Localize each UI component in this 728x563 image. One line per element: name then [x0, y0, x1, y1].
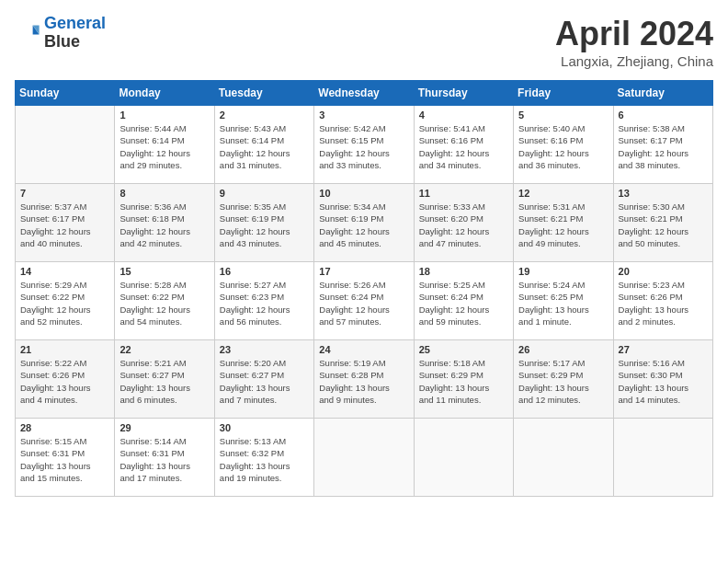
- day-number: 8: [119, 188, 209, 199]
- calendar-cell: 18Sunrise: 5:25 AM Sunset: 6:24 PM Dayli…: [414, 262, 513, 340]
- calendar-table: SundayMondayTuesdayWednesdayThursdayFrid…: [15, 80, 713, 497]
- calendar-cell: 4Sunrise: 5:41 AM Sunset: 6:16 PM Daylig…: [414, 106, 513, 184]
- day-info: Sunrise: 5:14 AM Sunset: 6:31 PM Dayligh…: [119, 435, 209, 484]
- logo-icon: [15, 20, 40, 46]
- day-info: Sunrise: 5:42 AM Sunset: 6:15 PM Dayligh…: [319, 122, 408, 171]
- month-year: April 2024: [555, 15, 713, 53]
- day-info: Sunrise: 5:37 AM Sunset: 6:17 PM Dayligh…: [20, 201, 109, 249]
- day-number: 1: [119, 109, 209, 121]
- calendar-cell: 3Sunrise: 5:42 AM Sunset: 6:15 PM Daylig…: [314, 106, 414, 184]
- day-number: 6: [619, 109, 708, 121]
- calendar-cell: 2Sunrise: 5:43 AM Sunset: 6:14 PM Daylig…: [214, 106, 313, 184]
- day-number: 26: [518, 344, 608, 355]
- calendar-cell: [414, 419, 513, 497]
- weekday-header-wednesday: Wednesday: [314, 81, 414, 106]
- day-info: Sunrise: 5:20 AM Sunset: 6:27 PM Dayligh…: [220, 357, 309, 406]
- weekday-header-friday: Friday: [514, 81, 613, 106]
- day-number: 11: [419, 188, 508, 199]
- day-info: Sunrise: 5:38 AM Sunset: 6:17 PM Dayligh…: [619, 122, 708, 171]
- day-number: 5: [518, 109, 608, 121]
- calendar-cell: 30Sunrise: 5:13 AM Sunset: 6:32 PM Dayli…: [214, 419, 313, 497]
- calendar-cell: 26Sunrise: 5:17 AM Sunset: 6:29 PM Dayli…: [514, 340, 613, 419]
- day-info: Sunrise: 5:24 AM Sunset: 6:25 PM Dayligh…: [518, 279, 608, 327]
- title-block: April 2024 Langxia, Zhejiang, China: [555, 15, 713, 69]
- day-number: 14: [20, 266, 109, 277]
- logo-line2: Blue: [44, 33, 106, 52]
- day-info: Sunrise: 5:18 AM Sunset: 6:29 PM Dayligh…: [419, 357, 508, 406]
- calendar-cell: 23Sunrise: 5:20 AM Sunset: 6:27 PM Dayli…: [214, 340, 313, 419]
- header: General Blue April 2024 Langxia, Zhejian…: [15, 15, 713, 69]
- day-number: 30: [220, 422, 309, 433]
- day-number: 16: [220, 266, 309, 277]
- day-number: 23: [220, 344, 309, 355]
- day-number: 27: [619, 344, 708, 355]
- day-info: Sunrise: 5:15 AM Sunset: 6:31 PM Dayligh…: [20, 435, 109, 484]
- week-row-3: 14Sunrise: 5:29 AM Sunset: 6:22 PM Dayli…: [16, 262, 713, 340]
- logo-line1: General: [44, 14, 106, 32]
- weekday-header-thursday: Thursday: [414, 81, 513, 106]
- logo: General Blue: [15, 15, 106, 52]
- day-number: 9: [220, 188, 309, 199]
- day-number: 12: [518, 188, 608, 199]
- day-info: Sunrise: 5:35 AM Sunset: 6:19 PM Dayligh…: [220, 201, 309, 249]
- calendar-cell: 6Sunrise: 5:38 AM Sunset: 6:17 PM Daylig…: [613, 106, 712, 184]
- day-number: 20: [619, 266, 708, 277]
- day-number: 25: [419, 344, 508, 355]
- day-info: Sunrise: 5:22 AM Sunset: 6:26 PM Dayligh…: [20, 357, 109, 406]
- calendar-cell: 10Sunrise: 5:34 AM Sunset: 6:19 PM Dayli…: [314, 184, 414, 262]
- day-info: Sunrise: 5:21 AM Sunset: 6:27 PM Dayligh…: [119, 357, 209, 406]
- day-info: Sunrise: 5:13 AM Sunset: 6:32 PM Dayligh…: [220, 435, 309, 484]
- day-number: 7: [20, 188, 109, 199]
- weekday-header-sunday: Sunday: [16, 81, 115, 106]
- day-info: Sunrise: 5:28 AM Sunset: 6:22 PM Dayligh…: [119, 279, 209, 327]
- day-number: 17: [319, 266, 408, 277]
- calendar-cell: [613, 419, 712, 497]
- week-row-4: 21Sunrise: 5:22 AM Sunset: 6:26 PM Dayli…: [16, 340, 713, 419]
- calendar-cell: 5Sunrise: 5:40 AM Sunset: 6:16 PM Daylig…: [514, 106, 613, 184]
- day-number: 22: [119, 344, 209, 355]
- day-info: Sunrise: 5:33 AM Sunset: 6:20 PM Dayligh…: [419, 201, 508, 249]
- weekday-header-row: SundayMondayTuesdayWednesdayThursdayFrid…: [16, 81, 713, 106]
- calendar-cell: 17Sunrise: 5:26 AM Sunset: 6:24 PM Dayli…: [314, 262, 414, 340]
- weekday-header-saturday: Saturday: [613, 81, 712, 106]
- calendar-cell: 14Sunrise: 5:29 AM Sunset: 6:22 PM Dayli…: [16, 262, 115, 340]
- day-info: Sunrise: 5:19 AM Sunset: 6:28 PM Dayligh…: [319, 357, 408, 406]
- calendar-cell: [514, 419, 613, 497]
- week-row-5: 28Sunrise: 5:15 AM Sunset: 6:31 PM Dayli…: [16, 419, 713, 497]
- day-number: 2: [220, 109, 309, 121]
- day-info: Sunrise: 5:44 AM Sunset: 6:14 PM Dayligh…: [119, 122, 209, 171]
- day-info: Sunrise: 5:29 AM Sunset: 6:22 PM Dayligh…: [20, 279, 109, 327]
- weekday-header-monday: Monday: [115, 81, 214, 106]
- calendar-cell: 24Sunrise: 5:19 AM Sunset: 6:28 PM Dayli…: [314, 340, 414, 419]
- calendar-cell: 28Sunrise: 5:15 AM Sunset: 6:31 PM Dayli…: [16, 419, 115, 497]
- day-info: Sunrise: 5:23 AM Sunset: 6:26 PM Dayligh…: [619, 279, 708, 327]
- day-number: 21: [20, 344, 109, 355]
- calendar-cell: 12Sunrise: 5:31 AM Sunset: 6:21 PM Dayli…: [514, 184, 613, 262]
- day-info: Sunrise: 5:43 AM Sunset: 6:14 PM Dayligh…: [220, 122, 309, 171]
- calendar-cell: 13Sunrise: 5:30 AM Sunset: 6:21 PM Dayli…: [613, 184, 712, 262]
- day-info: Sunrise: 5:25 AM Sunset: 6:24 PM Dayligh…: [419, 279, 508, 327]
- calendar-cell: 29Sunrise: 5:14 AM Sunset: 6:31 PM Dayli…: [115, 419, 214, 497]
- calendar-cell: [314, 419, 414, 497]
- location: Langxia, Zhejiang, China: [555, 53, 713, 69]
- day-info: Sunrise: 5:36 AM Sunset: 6:18 PM Dayligh…: [119, 201, 209, 249]
- day-number: 13: [619, 188, 708, 199]
- day-info: Sunrise: 5:16 AM Sunset: 6:30 PM Dayligh…: [619, 357, 708, 406]
- day-number: 4: [419, 109, 508, 121]
- calendar-cell: 16Sunrise: 5:27 AM Sunset: 6:23 PM Dayli…: [214, 262, 313, 340]
- weekday-header-tuesday: Tuesday: [214, 81, 313, 106]
- calendar-cell: 19Sunrise: 5:24 AM Sunset: 6:25 PM Dayli…: [514, 262, 613, 340]
- day-number: 24: [319, 344, 408, 355]
- day-info: Sunrise: 5:30 AM Sunset: 6:21 PM Dayligh…: [619, 201, 708, 249]
- day-number: 29: [119, 422, 209, 433]
- day-info: Sunrise: 5:17 AM Sunset: 6:29 PM Dayligh…: [518, 357, 608, 406]
- calendar-cell: 25Sunrise: 5:18 AM Sunset: 6:29 PM Dayli…: [414, 340, 513, 419]
- week-row-1: 1Sunrise: 5:44 AM Sunset: 6:14 PM Daylig…: [16, 106, 713, 184]
- calendar-cell: 9Sunrise: 5:35 AM Sunset: 6:19 PM Daylig…: [214, 184, 313, 262]
- calendar-cell: 1Sunrise: 5:44 AM Sunset: 6:14 PM Daylig…: [115, 106, 214, 184]
- logo-text: General Blue: [44, 15, 106, 52]
- calendar-cell: 21Sunrise: 5:22 AM Sunset: 6:26 PM Dayli…: [16, 340, 115, 419]
- calendar-cell: 15Sunrise: 5:28 AM Sunset: 6:22 PM Dayli…: [115, 262, 214, 340]
- calendar-cell: 7Sunrise: 5:37 AM Sunset: 6:17 PM Daylig…: [16, 184, 115, 262]
- day-info: Sunrise: 5:31 AM Sunset: 6:21 PM Dayligh…: [518, 201, 608, 249]
